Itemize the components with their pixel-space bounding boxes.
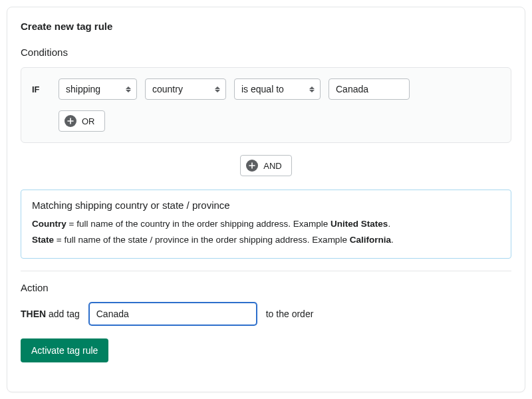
or-label: OR [82,116,95,126]
action-trailing-text: to the order [266,309,314,319]
condition-field-value: shipping [66,84,100,94]
condition-attribute-select[interactable]: country [145,78,226,100]
divider [21,271,511,271]
help-panel: Matching shipping country or state / pro… [21,190,511,259]
then-label: THEN add tag [21,309,80,319]
action-heading: Action [21,282,511,293]
plus-circle-icon [246,160,258,172]
add-and-button[interactable]: AND [240,155,291,176]
action-row: THEN add tag to the order [21,303,511,325]
chevron-updown-icon [126,85,131,93]
if-label: IF [32,84,51,94]
tag-name-input[interactable] [89,303,257,325]
condition-group: IF shipping country is equal to OR [21,67,511,143]
condition-attribute-value: country [152,84,183,94]
condition-value-input[interactable] [329,78,410,100]
help-title: Matching shipping country or state / pro… [32,200,500,211]
page-title: Create new tag rule [21,21,511,32]
condition-row: IF shipping country is equal to [32,78,500,100]
add-or-button[interactable]: OR [59,110,105,132]
help-line-state: State = full name of the state / provinc… [32,233,500,247]
activate-rule-button[interactable]: Activate tag rule [21,338,108,362]
and-label: AND [263,161,281,171]
condition-operator-select[interactable]: is equal to [234,78,321,100]
help-line-country: Country = full name of the country in th… [32,217,500,231]
plus-circle-icon [65,115,76,127]
chevron-updown-icon [215,85,220,93]
chevron-updown-icon [309,85,315,93]
conditions-heading: Conditions [21,47,511,58]
tag-rule-form: Create new tag rule Conditions IF shippi… [7,7,525,392]
condition-operator-value: is equal to [241,84,284,94]
condition-field-select[interactable]: shipping [59,78,137,100]
